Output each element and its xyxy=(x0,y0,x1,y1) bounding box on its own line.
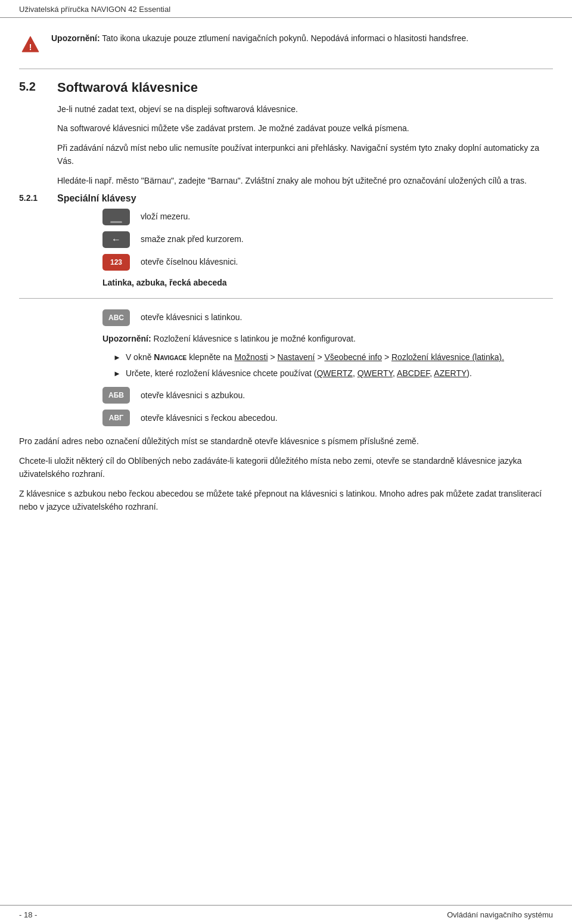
latinka-heading: Latinka, azbuka, řecká abeceda xyxy=(102,278,553,287)
remaining-paragraphs: Pro zadání adres nebo označení důležitýc… xyxy=(19,435,553,513)
key-greek-item: ΑΒΓ otevře klávesnici s řeckou abecedou. xyxy=(102,410,553,426)
key-cyrillic-icon: АБВ xyxy=(108,391,124,399)
bullet1-prefix: V okně xyxy=(126,352,154,362)
section-5-2-para3: Při zadávání názvů míst nebo ulic nemusí… xyxy=(57,141,553,168)
svg-text:!: ! xyxy=(29,42,32,52)
bullet1-link3: Všeobecné info xyxy=(324,352,382,362)
section-5-2-1-number: 5.2.1 xyxy=(19,193,43,203)
para-standard: Pro zadání adres nebo označení důležitýc… xyxy=(19,435,553,448)
warning-triangle-icon: ! xyxy=(19,32,42,57)
bullet1-gt2: > xyxy=(315,352,325,362)
bullet1-text: klepněte na xyxy=(186,352,234,362)
bullet2-link1: QWERTZ xyxy=(316,368,352,378)
bullet1-link4: Rozložení klávesnice (latinka). xyxy=(391,352,504,362)
bullet2-link3: ABCDEF xyxy=(397,368,430,378)
key-abc-item: ABC otevře klávesnici s latinkou. xyxy=(102,309,553,326)
page-footer: - 18 - Ovládání navigačního systému xyxy=(0,905,572,924)
upozorneni-body: Rozložení klávesnice s latinkou je možné… xyxy=(151,334,356,343)
bullet-list: ► V okně Navigace klepněte na Možnosti >… xyxy=(113,351,553,380)
key-greek-button[interactable]: ΑΒΓ xyxy=(102,410,130,426)
key-123-image: 123 xyxy=(102,254,130,271)
bullet-content-2: Určete, které rozložení klávesnice chcet… xyxy=(126,367,553,380)
bullet-arrow-1: ► xyxy=(113,352,121,364)
section-5-2-1-heading: 5.2.1 Speciální klávesy xyxy=(19,193,553,204)
key-123-icon: 123 xyxy=(110,258,122,266)
bullet1-link2: Nastavení xyxy=(277,352,315,362)
section-5-2-number: 5.2 xyxy=(19,80,43,94)
key-cyrillic-item: АБВ otevře klávesnici s azbukou. xyxy=(102,387,553,404)
key-backspace-label: smaže znak před kurzorem. xyxy=(141,233,244,246)
upozorneni-label: Upozornění: xyxy=(102,334,151,343)
section-5-2-title: Softwarová klávesnice xyxy=(57,80,198,95)
bullet-arrow-2: ► xyxy=(113,368,121,380)
bullet1-link1: Možnosti xyxy=(234,352,268,362)
bullet1-nav: Navigace xyxy=(154,352,186,362)
key-backspace-image: ← xyxy=(102,231,130,248)
section-5-2-para2: Na softwarové klávesnici můžete vše zadá… xyxy=(57,122,553,135)
key-space-label: vloží mezeru. xyxy=(141,210,190,223)
key-space-button[interactable] xyxy=(102,209,130,225)
key-space-image xyxy=(102,209,130,225)
section-5-2-heading: 5.2 Softwarová klávesnice xyxy=(19,80,553,95)
warning-block-1: ! Upozornění: Tato ikona ukazuje pouze z… xyxy=(19,32,553,57)
bullet-item-2: ► Určete, které rozložení klávesnice chc… xyxy=(113,367,553,380)
key-backspace-button[interactable]: ← xyxy=(102,231,130,248)
bullet2-text: Určete, které rozložení klávesnice chcet… xyxy=(126,368,317,378)
para-prepnout: Z klávesnice s azbukou nebo řeckou abece… xyxy=(19,487,553,514)
bullet2-sep2: , xyxy=(393,368,397,378)
key-abc-button[interactable]: ABC xyxy=(102,309,130,326)
bullet2-link4: AZERTY xyxy=(434,368,467,378)
upozorneni-rozlozeni: Upozornění: Rozložení klávesnice s latin… xyxy=(102,332,553,380)
key-123-label: otevře číselnou klávesnici. xyxy=(141,256,238,268)
section-5-2-para1: Je-li nutné zadat text, objeví se na dis… xyxy=(57,103,553,116)
bullet1-gt3: > xyxy=(382,352,391,362)
key-123-button[interactable]: 123 xyxy=(102,254,130,271)
warning-body-1: Tato ikona ukazuje pouze ztlumení naviga… xyxy=(100,33,468,43)
bullet2-end: ). xyxy=(467,368,472,378)
key-greek-icon: ΑΒΓ xyxy=(109,414,124,422)
header-title: Uživatelská příručka NAVIGON 42 Essentia… xyxy=(19,5,170,14)
key-greek-label: otevře klávesnici s řeckou abecedou. xyxy=(141,412,278,424)
footer-section-label: Ovládání navigačního systému xyxy=(447,910,553,919)
key-greek-image: ΑΒΓ xyxy=(102,410,130,426)
section-5-2-para4: Hledáte-li např. město "Bärnau", zadejte… xyxy=(57,174,553,187)
warning-label-1: Upozornění: xyxy=(51,33,100,43)
key-abc-image: ABC xyxy=(102,309,130,326)
warning-text-1: Upozornění: Tato ikona ukazuje pouze ztl… xyxy=(51,32,468,45)
bullet2-link2: QWERTY xyxy=(358,368,393,378)
special-keys-section: vloží mezeru. ← smaže znak před kurzorem… xyxy=(19,209,553,513)
key-abc-icon: ABC xyxy=(108,314,124,322)
key-cyrillic-label: otevře klávesnici s azbukou. xyxy=(141,389,245,402)
key-cyrillic-button[interactable]: АБВ xyxy=(102,387,130,404)
backspace-icon: ← xyxy=(111,234,121,245)
key-space-item: vloží mezeru. xyxy=(102,209,553,225)
bullet2-sep1: , xyxy=(353,368,358,378)
bullet-content-1: V okně Navigace klepněte na Možnosti > N… xyxy=(126,351,553,364)
para-oblibene: Chcete-li uložit některý cíl do Oblíbený… xyxy=(19,454,553,481)
key-backspace-item: ← smaže znak před kurzorem. xyxy=(102,231,553,248)
section-5-2-body: Je-li nutné zadat text, objeví se na dis… xyxy=(57,103,553,187)
key-123-item: 123 otevře číselnou klávesnici. xyxy=(102,254,553,271)
upozorneni-rozlozeni-text: Upozornění: Rozložení klávesnice s latin… xyxy=(102,332,553,345)
divider-1 xyxy=(19,69,553,69)
bullet-item-1: ► V okně Navigace klepněte na Možnosti >… xyxy=(113,351,553,364)
footer-page-number: - 18 - xyxy=(19,910,37,919)
page-content: ! Upozornění: Tato ikona ukazuje pouze z… xyxy=(0,18,572,555)
page-header: Uživatelská příručka NAVIGON 42 Essentia… xyxy=(0,0,572,18)
divider-latinka xyxy=(19,298,553,299)
key-abc-label: otevře klávesnici s latinkou. xyxy=(141,311,242,324)
bullet1-gt1: > xyxy=(268,352,278,362)
key-cyrillic-image: АБВ xyxy=(102,387,130,404)
section-5-2-1-title: Speciální klávesy xyxy=(57,193,136,204)
